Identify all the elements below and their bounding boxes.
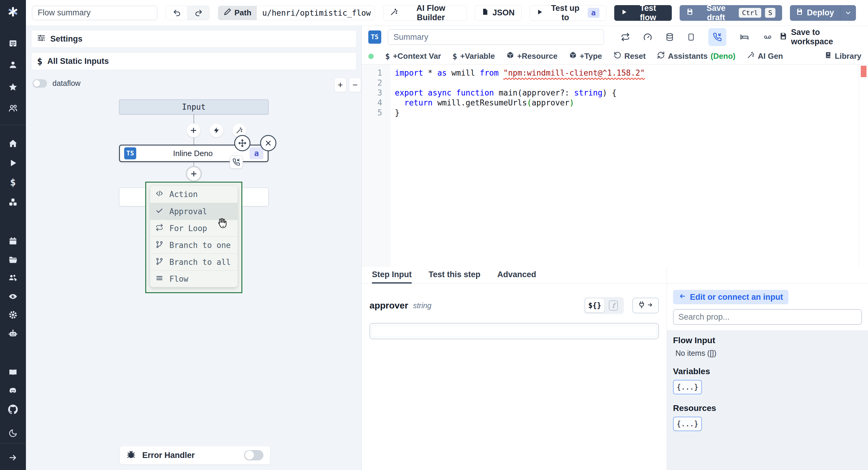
trigger-button[interactable] <box>210 124 223 137</box>
code-line[interactable]: } <box>395 108 868 118</box>
book-icon <box>825 51 832 61</box>
save-to-workspace-button[interactable]: Save to workspace <box>779 28 861 46</box>
menu-item-label: For Loop <box>169 224 207 233</box>
robot-icon[interactable] <box>7 328 19 339</box>
edit-or-connect-button[interactable]: Edit or connect an input <box>673 290 788 304</box>
flow-settings-button[interactable]: Settings <box>31 30 356 48</box>
flow-input-node[interactable]: Input <box>119 99 269 115</box>
menu-item-for-loop[interactable]: For Loop <box>150 220 238 237</box>
star-icon[interactable] <box>7 82 19 92</box>
github-icon[interactable] <box>7 404 19 414</box>
kbd-s: S <box>765 8 775 18</box>
variables-icon[interactable]: $ <box>7 177 19 187</box>
audit-eye-icon[interactable] <box>7 291 19 302</box>
settings-gear-icon[interactable] <box>7 310 19 320</box>
menu-item-branch-to-all[interactable]: Branch to all <box>150 253 238 270</box>
path-group[interactable]: Path u/henri/optimistic_flow <box>218 6 375 20</box>
add-type-label: +Type <box>580 52 602 61</box>
apps-icon[interactable] <box>7 38 19 49</box>
add-variable-label: +Variable <box>460 52 495 61</box>
reset-button[interactable]: Reset <box>614 51 646 61</box>
variables-object-chip[interactable]: {...} <box>673 380 702 395</box>
fn-mode-button[interactable]: f <box>604 299 622 312</box>
menu-item-branch-to-one[interactable]: Branch to one <box>150 237 238 253</box>
all-static-inputs-button[interactable]: $ All Static Inputs <box>31 53 356 70</box>
add-step-button[interactable] <box>187 124 200 137</box>
cache-database-icon[interactable] <box>665 33 674 41</box>
code-line[interactable]: export async function main(approver?: st… <box>395 88 868 98</box>
path-chip[interactable]: Path <box>218 6 257 20</box>
early-stop-gauge-icon[interactable] <box>643 33 652 41</box>
library-button[interactable]: Library <box>825 51 861 61</box>
flow-lines-icon <box>156 274 163 284</box>
mock-voicemail-icon[interactable] <box>763 33 773 41</box>
zoom-in-button[interactable]: + <box>334 78 346 92</box>
tab-step-input[interactable]: Step Input <box>372 267 412 283</box>
menu-item-flow[interactable]: Flow <box>150 270 238 287</box>
arg-input-wrapper <box>370 323 659 339</box>
editor-scrollbar[interactable] <box>859 64 859 267</box>
test-up-to-button[interactable]: Test up to a <box>530 5 607 21</box>
save-draft-button[interactable]: Save draft Ctrl S <box>680 5 782 21</box>
assistants-label: Assistants <box>668 52 708 61</box>
groups-icon[interactable] <box>7 273 19 283</box>
schedules-icon[interactable] <box>7 236 19 246</box>
insert-step-button[interactable] <box>186 166 202 182</box>
sleep-bed-icon[interactable] <box>740 33 749 41</box>
redo-button[interactable] <box>187 6 209 20</box>
runs-icon[interactable] <box>7 158 19 168</box>
approver-value-input[interactable] <box>372 325 657 337</box>
assistants-button[interactable]: Assistants(Deno) <box>657 51 735 61</box>
resources-icon[interactable] <box>7 197 19 207</box>
menu-item-action[interactable]: Action <box>150 186 238 203</box>
error-overview-marker <box>861 66 867 77</box>
users-icon[interactable] <box>7 103 19 113</box>
json-button[interactable]: JSON <box>475 5 522 21</box>
error-handler-toggle[interactable] <box>244 450 264 460</box>
deploy-label: Deploy <box>807 8 834 18</box>
windmill-logo-icon[interactable] <box>7 7 19 17</box>
code-line[interactable]: import * as wmill from "npm:windmill-cli… <box>395 68 868 78</box>
delete-step-button[interactable] <box>260 135 276 151</box>
search-prop-input[interactable] <box>673 309 862 325</box>
zoom-out-button[interactable]: − <box>349 78 361 92</box>
script-card-icon[interactable] <box>687 33 695 41</box>
code-line[interactable]: return wmill.getResumeUrls(approver) <box>395 98 868 108</box>
add-context-var-button[interactable]: $+Context Var <box>385 52 441 61</box>
user-icon[interactable] <box>7 60 19 70</box>
deploy-dropdown-button[interactable] <box>840 5 856 21</box>
code-editor[interactable]: 12345 import * as wmill from "npm:windmi… <box>362 64 868 267</box>
tab-test-this-step[interactable]: Test this step <box>429 267 480 283</box>
connect-input-button[interactable] <box>632 298 659 313</box>
expr-mode-button[interactable]: ${} <box>585 299 604 312</box>
ai-flow-builder-button[interactable]: AI Flow Builder <box>383 5 467 21</box>
dataflow-toggle[interactable] <box>33 79 47 88</box>
retries-icon[interactable] <box>621 33 630 41</box>
docs-book-icon[interactable] <box>7 367 19 377</box>
menu-item-approval[interactable]: Approval <box>150 203 238 220</box>
discord-icon[interactable] <box>7 386 19 396</box>
expand-arrow-icon[interactable] <box>7 452 19 463</box>
deploy-button[interactable]: Deploy <box>790 5 840 21</box>
test-flow-button[interactable]: Test flow <box>614 5 672 21</box>
resources-object-chip[interactable]: {...} <box>673 417 702 431</box>
dark-mode-moon-icon[interactable] <box>7 428 19 438</box>
editor-code[interactable]: import * as wmill from "npm:windmill-cli… <box>391 64 868 267</box>
flow-summary-input[interactable] <box>32 6 157 20</box>
add-variable-button[interactable]: $+Variable <box>453 52 495 61</box>
code-line[interactable] <box>395 78 868 88</box>
suspend-approval-icon[interactable] <box>708 28 726 46</box>
folders-icon[interactable] <box>7 255 19 265</box>
typescript-badge: TS <box>368 30 381 44</box>
tab-advanced[interactable]: Advanced <box>497 267 536 283</box>
deploy-split-button: Deploy <box>790 5 856 21</box>
add-resource-button[interactable]: +Resource <box>506 51 558 61</box>
connector-line <box>193 115 194 124</box>
move-step-button[interactable] <box>234 135 250 151</box>
undo-button[interactable] <box>166 6 187 20</box>
home-icon[interactable] <box>7 138 19 149</box>
magic-wand-icon <box>236 127 243 134</box>
ai-gen-button[interactable]: AI Gen <box>747 51 783 61</box>
add-type-button[interactable]: +Type <box>569 51 602 61</box>
step-summary-input[interactable] <box>388 29 604 45</box>
